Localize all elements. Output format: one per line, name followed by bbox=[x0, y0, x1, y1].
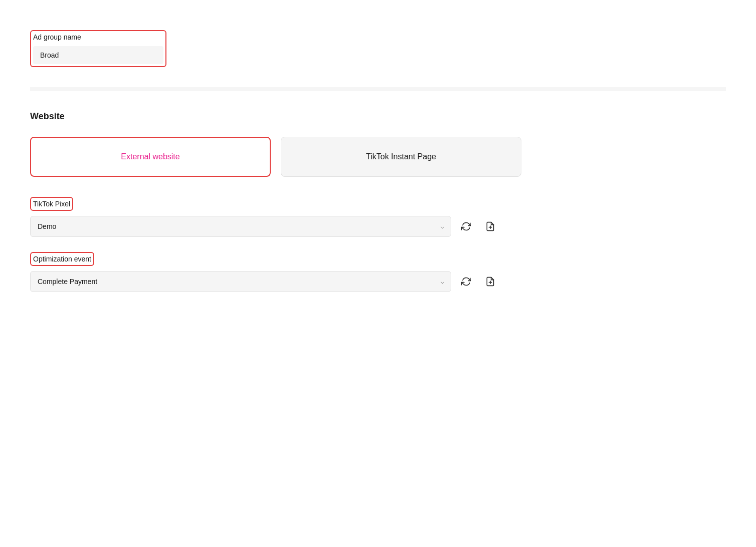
refresh-icon-2 bbox=[461, 277, 471, 287]
ad-group-name-highlighted-box: Ad group name bbox=[30, 30, 166, 67]
website-section-title: Website bbox=[30, 111, 726, 122]
page-container: Ad group name Website External website T… bbox=[0, 0, 756, 357]
optimization-event-select[interactable]: Complete Payment bbox=[30, 271, 451, 292]
optimization-event-new-doc-button[interactable] bbox=[481, 272, 499, 291]
tiktok-instant-page-option[interactable]: TikTok Instant Page bbox=[281, 137, 521, 177]
ad-group-name-field-group: Ad group name bbox=[33, 33, 163, 64]
tiktok-pixel-field-group: TikTok Pixel bbox=[33, 200, 70, 208]
tiktok-instant-page-label: TikTok Instant Page bbox=[366, 152, 436, 161]
ad-group-name-input[interactable] bbox=[33, 46, 163, 64]
tiktok-pixel-refresh-button[interactable] bbox=[457, 217, 475, 235]
optimization-event-highlighted-box: Optimization event bbox=[30, 252, 94, 266]
ad-group-name-section: Ad group name bbox=[30, 30, 726, 91]
external-website-option[interactable]: External website bbox=[30, 137, 271, 177]
optimization-event-dropdown-container: Complete Payment ⌵ bbox=[30, 271, 451, 292]
tiktok-pixel-dropdown-container: Demo ⌵ bbox=[30, 216, 451, 237]
tiktok-pixel-section: TikTok Pixel Demo ⌵ bbox=[30, 197, 726, 237]
refresh-icon bbox=[461, 221, 471, 231]
tiktok-pixel-new-doc-button[interactable] bbox=[481, 217, 499, 235]
tiktok-pixel-highlighted-box: TikTok Pixel bbox=[30, 197, 73, 211]
tiktok-pixel-label: TikTok Pixel bbox=[33, 200, 70, 208]
website-section: Website External website TikTok Instant … bbox=[30, 91, 726, 327]
new-doc-icon-2 bbox=[485, 277, 495, 287]
website-options-container: External website TikTok Instant Page bbox=[30, 137, 726, 177]
tiktok-pixel-dropdown-row: Demo ⌵ bbox=[30, 216, 726, 237]
new-doc-icon bbox=[485, 221, 495, 231]
optimization-event-refresh-button[interactable] bbox=[457, 272, 475, 291]
optimization-event-field-group: Optimization event bbox=[33, 255, 91, 263]
ad-group-name-label: Ad group name bbox=[33, 33, 163, 41]
optimization-event-label: Optimization event bbox=[33, 255, 91, 263]
external-website-label: External website bbox=[121, 152, 179, 161]
tiktok-pixel-select[interactable]: Demo bbox=[30, 216, 451, 237]
optimization-event-dropdown-row: Complete Payment ⌵ bbox=[30, 271, 726, 292]
optimization-event-section: Optimization event Complete Payment ⌵ bbox=[30, 252, 726, 292]
